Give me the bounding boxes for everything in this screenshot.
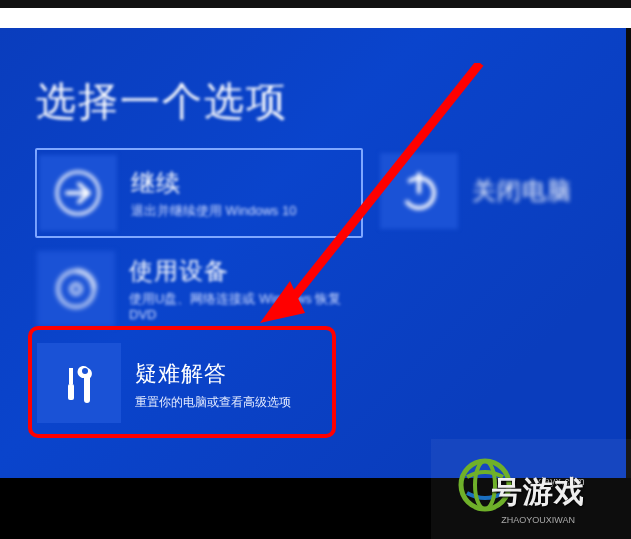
page-title: 选择一个选项 [36, 74, 288, 129]
svg-point-3 [71, 284, 81, 294]
option-troubleshoot-sub: 重置你的电脑或查看高级选项 [135, 395, 291, 409]
option-troubleshoot-text: 疑难解答 重置你的电脑或查看高级选项 [135, 357, 291, 409]
winre-choose-option-screen: 选择一个选项 继续 退出并继续使用 Windows 10 使用设备 使用U盘、网… [0, 28, 626, 478]
top-black-bar [0, 0, 631, 8]
option-continue-text: 继续 退出并继续使用 Windows 10 [131, 167, 296, 219]
option-power-off-text: 关闭电脑 [472, 175, 572, 207]
option-continue-title: 继续 [131, 167, 296, 199]
option-power-off-title: 关闭电脑 [472, 175, 572, 207]
svg-point-6 [82, 368, 88, 374]
option-troubleshoot-title: 疑难解答 [135, 359, 291, 389]
power-icon [380, 153, 458, 229]
option-use-device-text: 使用设备 使用U盘、网络连接或 Windows 恢复 DVD [129, 255, 357, 322]
option-continue-tile[interactable]: 继续 退出并继续使用 Windows 10 [35, 148, 363, 238]
option-troubleshoot-tile[interactable]: 疑难解答 重置你的电脑或查看高级选项 [35, 338, 334, 428]
watermark-sub: ZHAOYOUXIWAN [501, 515, 575, 525]
arrow-right-icon [39, 155, 117, 231]
option-use-device-title: 使用设备 [129, 255, 357, 287]
watermark-text: 号游戏 [492, 472, 585, 513]
option-use-device-tile[interactable]: 使用设备 使用U盘、网络连接或 Windows 恢复 DVD [35, 246, 359, 332]
svg-rect-4 [69, 368, 73, 384]
option-use-device-sub: 使用U盘、网络连接或 Windows 恢复 DVD [129, 291, 357, 322]
option-power-off-tile[interactable]: 关闭电脑 [378, 148, 626, 234]
disc-icon [37, 251, 115, 327]
option-continue-sub: 退出并继续使用 Windows 10 [131, 203, 296, 219]
white-band [0, 8, 631, 28]
tools-icon [37, 343, 121, 423]
svg-rect-5 [68, 384, 74, 400]
